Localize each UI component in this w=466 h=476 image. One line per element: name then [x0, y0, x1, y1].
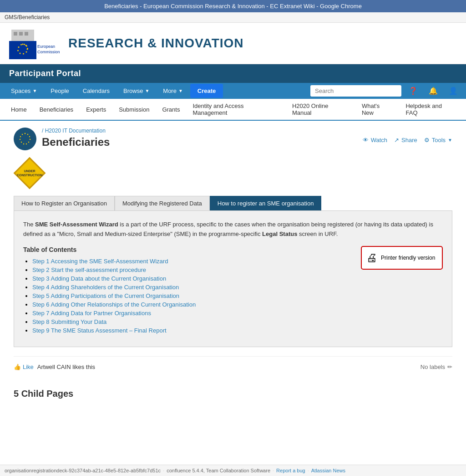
under-construction-area: UNDERCONSTRUCTION — [14, 157, 452, 189]
list-item: Step 5 Adding Participations of the Curr… — [32, 292, 352, 299]
user-icon[interactable]: 👤 — [445, 83, 461, 99]
tools-button[interactable]: ⚙ Tools ▼ — [424, 137, 452, 143]
share-icon: ↗ — [394, 137, 399, 143]
site-header: European Commission RESEARCH & INNOVATIO… — [0, 23, 466, 64]
secondary-nav: Home Beneficiaries Experts Submission Gr… — [0, 99, 466, 121]
svg-point-9 — [18, 46, 20, 48]
toc-step6[interactable]: Step 6 Adding Other Relationships of the… — [32, 301, 196, 308]
main-nav: Spaces ▼ People Calendars Browse ▼ More … — [0, 83, 466, 99]
content-box: The SME Self-Assessment Wizard is a part… — [14, 210, 452, 347]
svg-rect-17 — [25, 32, 28, 36]
tab-register-org[interactable]: How to Register an Organisation — [14, 196, 115, 210]
toc-right: 🖨 Printer friendly version — [361, 246, 443, 336]
page-actions: 👁 Watch ↗ Share ⚙ Tools ▼ — [363, 137, 452, 143]
list-item: Step 8 Submitting Your Data — [32, 318, 352, 325]
toc-step4[interactable]: Step 4 Adding Shareholders of the Curren… — [32, 284, 179, 291]
edit-labels-icon[interactable]: ✏ — [447, 363, 452, 370]
search-input[interactable] — [310, 85, 401, 97]
ec-logo-svg: European Commission — [9, 27, 64, 59]
page-icon — [14, 128, 36, 150]
child-pages-title: 5 Child Pages — [14, 389, 452, 399]
svg-rect-16 — [19, 32, 23, 36]
printer-friendly-button[interactable]: 🖨 Printer friendly version — [361, 246, 443, 270]
share-button[interactable]: ↗ Share — [394, 137, 417, 143]
svg-text:European: European — [37, 44, 55, 49]
nav-browse[interactable]: Browse ▼ — [117, 83, 156, 99]
create-button[interactable]: Create — [190, 84, 223, 98]
sec-nav-whatsnew[interactable]: What's New — [355, 99, 400, 120]
svg-point-32 — [25, 133, 25, 134]
toc-step9[interactable]: Step 9 The SME Status Assessment – Final… — [32, 327, 167, 334]
like-section: 👍 Like Artwell CAIN likes this — [14, 363, 95, 370]
svg-point-23 — [29, 136, 30, 137]
toc-step5[interactable]: Step 5 Adding Participations of the Curr… — [32, 292, 179, 299]
logo-area: European Commission RESEARCH & INNOVATIO… — [9, 27, 244, 59]
bell-icon[interactable]: 🔔 — [425, 83, 441, 99]
toc-step8[interactable]: Step 8 Submitting Your Data — [32, 318, 106, 325]
list-item: Step 1 Accessing the SME Self-Assessment… — [32, 258, 352, 265]
like-button[interactable]: 👍 Like — [14, 363, 34, 370]
browser-title: Beneficiaries - European Commission Rese… — [0, 0, 466, 12]
svg-point-5 — [26, 51, 27, 53]
toc-section: Table of Contents Step 1 Accessing the S… — [23, 246, 443, 336]
toc-step3[interactable]: Step 3 Adding Data about the Current Org… — [32, 275, 166, 282]
labels-section: No labels ✏ — [420, 363, 452, 370]
toc-step1[interactable]: Step 1 Accessing the SME Self-Assessment… — [32, 258, 168, 265]
thumbs-up-icon: 👍 — [14, 363, 21, 370]
svg-point-26 — [26, 143, 27, 144]
browse-chevron: ▼ — [145, 88, 149, 93]
nav-people[interactable]: People — [44, 83, 75, 99]
tabs-container: How to Register an Organisation Modifyin… — [14, 196, 452, 210]
page-breadcrumb: / H2020 IT Documentation — [42, 128, 363, 134]
list-item: Step 4 Adding Shareholders of the Curren… — [32, 284, 352, 291]
breadcrumb-link[interactable]: H2020 IT Documentation — [45, 128, 106, 134]
svg-point-11 — [24, 44, 25, 45]
sec-nav-beneficiaries[interactable]: Beneficiaries — [33, 102, 80, 117]
svg-point-28 — [21, 142, 22, 143]
svg-point-7 — [20, 53, 21, 54]
sec-nav-helpdesk[interactable]: Helpdesk and FAQ — [399, 99, 461, 120]
nav-calendars[interactable]: Calendars — [76, 83, 116, 99]
footer-actions: 👍 Like Artwell CAIN likes this No labels… — [14, 356, 452, 377]
tab-modify-data[interactable]: Modifying the Registered Data — [115, 196, 210, 210]
tools-chevron: ▼ — [448, 138, 452, 143]
svg-point-31 — [22, 134, 23, 135]
nav-spaces[interactable]: Spaces ▼ — [5, 83, 43, 99]
under-construction-icon: UNDERCONSTRUCTION — [14, 157, 46, 189]
toc-list: Step 1 Accessing the SME Self-Assessment… — [23, 258, 352, 334]
svg-rect-15 — [14, 32, 17, 36]
help-icon[interactable]: ❓ — [405, 83, 421, 99]
nav-more[interactable]: More ▼ — [157, 83, 189, 99]
toc-left: Table of Contents Step 1 Accessing the S… — [23, 246, 352, 336]
list-item: Step 2 Start the self-assessment procedu… — [32, 266, 352, 273]
breadcrumb-bar: GMS/Beneficiaries — [0, 12, 466, 23]
svg-point-10 — [20, 44, 22, 46]
printer-icon: 🖨 — [366, 251, 377, 264]
sec-nav-iam[interactable]: Identity and Access Management — [186, 99, 285, 120]
svg-point-2 — [22, 44, 24, 45]
sec-nav-h2020[interactable]: H2020 Online Manual — [286, 99, 355, 120]
svg-point-12 — [26, 46, 27, 47]
list-item: Step 7 Adding Data for Partner Organisat… — [32, 310, 352, 317]
page-header: / H2020 IT Documentation Beneficiaries 👁… — [14, 128, 452, 150]
tab-sme-org[interactable]: How to register an SME organisation — [210, 196, 322, 210]
svg-point-13 — [27, 49, 28, 50]
sec-nav-submission[interactable]: Submission — [112, 102, 156, 117]
sec-nav-experts[interactable]: Experts — [80, 102, 112, 117]
svg-point-29 — [20, 139, 20, 140]
svg-text:Commission: Commission — [37, 50, 60, 54]
site-title: RESEARCH & INNOVATION — [68, 36, 244, 51]
toc-step2[interactable]: Step 2 Start the self-assessment procedu… — [32, 266, 146, 273]
svg-point-27 — [23, 143, 24, 144]
search-area: ❓ 🔔 👤 — [310, 83, 461, 99]
intro-text: The SME Self-Assessment Wizard is a part… — [23, 220, 443, 239]
sec-nav-home[interactable]: Home — [5, 102, 33, 117]
svg-point-24 — [30, 139, 30, 140]
toc-title: Table of Contents — [23, 246, 352, 253]
sec-nav-grants[interactable]: Grants — [156, 102, 186, 117]
watch-button[interactable]: 👁 Watch — [363, 137, 387, 143]
list-item: Step 9 The SME Status Assessment – Final… — [32, 327, 352, 334]
more-chevron: ▼ — [178, 88, 183, 93]
tools-icon: ⚙ — [424, 137, 430, 143]
toc-step7[interactable]: Step 7 Adding Data for Partner Organisat… — [32, 310, 151, 317]
